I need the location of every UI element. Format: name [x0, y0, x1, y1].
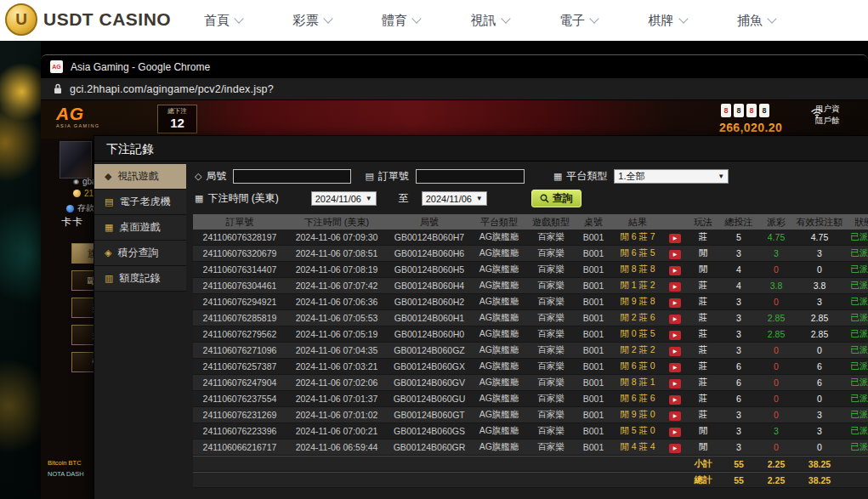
chrome-urlbar[interactable]: gci.2hhapi.com/agingame/pcv2/index.jsp?: [41, 78, 868, 100]
play-icon[interactable]: ▶: [669, 266, 681, 275]
platform-type-select[interactable]: 1.全部 ▼: [614, 169, 729, 184]
avatar[interactable]: [60, 141, 92, 179]
nav-item-lottery[interactable]: 彩票: [293, 13, 332, 29]
cell-round-no: GB00124B060H2: [387, 297, 472, 307]
play-icon[interactable]: ▶: [669, 234, 681, 243]
total-bet-box: 總下注 12: [157, 105, 197, 133]
cell-table-no: B001: [576, 232, 611, 242]
cell-total-bet: 3: [720, 297, 757, 307]
date-to-value: 2024/11/06: [426, 194, 472, 204]
date-to-select[interactable]: 2024/11/06 ▼: [422, 191, 487, 206]
cell-table-no: B001: [576, 377, 611, 388]
play-icon[interactable]: ▶: [669, 347, 681, 356]
cell-game-type: 百家樂: [526, 393, 576, 405]
play-icon[interactable]: ▶: [669, 298, 681, 308]
nav-item-sports[interactable]: 體育: [382, 13, 420, 29]
total-bet-label: 總下注: [158, 107, 196, 116]
search-button-label: 查詢: [553, 191, 573, 206]
play-icon[interactable]: ▶: [669, 363, 681, 372]
jackpot-value: 266,020.20: [719, 121, 782, 134]
calendar-icon: ▦: [195, 194, 203, 203]
table-row: 241106076294921 2024-11-06 07:06:36 GB00…: [193, 294, 868, 310]
play-icon[interactable]: ▶: [669, 444, 681, 453]
deposit-row[interactable]: 存款: [66, 202, 94, 214]
cell-status: 已派彩: [844, 441, 868, 453]
ag-logo[interactable]: AG ASIA GAMING: [56, 105, 99, 129]
quota-records-icon: ▥: [105, 274, 113, 283]
play-icon[interactable]: ▶: [669, 315, 681, 324]
cell-payout: 0: [757, 442, 795, 452]
url-text[interactable]: gci.2hhapi.com/agingame/pcv2/index.jsp?: [70, 83, 274, 95]
cell-platform: AG旗艦廳: [472, 409, 526, 421]
cell-table-no: B001: [576, 297, 611, 307]
cell-status: 已派彩: [844, 312, 868, 324]
nav-item-slots[interactable]: 電子: [559, 13, 598, 29]
subtotal-valid: 38.25: [795, 459, 844, 469]
nav-item-live[interactable]: 視訊: [471, 13, 509, 29]
play-icon[interactable]: ▶: [669, 395, 681, 405]
menu-item-points-query[interactable]: ◈ 積分查詢: [94, 241, 186, 266]
play-icon[interactable]: ▶: [669, 282, 681, 292]
cell-result: 閒 6 莊 6: [611, 393, 664, 405]
menu-item-video-games[interactable]: ◆ 視訊遊戲: [94, 164, 186, 190]
cell-play: 閒: [686, 264, 720, 275]
total-bet: 55: [720, 475, 757, 485]
cell-payout: 0: [757, 361, 795, 371]
chrome-titlebar[interactable]: AG Asia Gaming - Google Chrome: [41, 55, 868, 78]
balance-toggle-label[interactable]: 隱戶餘: [815, 115, 868, 127]
play-icon[interactable]: ▶: [669, 250, 681, 259]
cell-game-type: 百家樂: [526, 296, 576, 308]
cell-valid-bet: 0: [795, 442, 844, 452]
nav-item-home[interactable]: 首頁: [204, 13, 242, 29]
cell-table-no: B001: [576, 361, 611, 371]
cell-status: 已派彩: [844, 425, 868, 437]
round-no-input[interactable]: [233, 169, 351, 184]
chevron-down-icon: [234, 14, 243, 23]
order-no-input[interactable]: [416, 169, 525, 184]
cell-payout: 0: [757, 345, 795, 355]
nav-item-chess[interactable]: 棋牌: [649, 13, 687, 29]
cell-time: 2024-11-06 07:08:51: [286, 248, 387, 258]
menu-item-slots[interactable]: ▤ 電子老虎機: [94, 190, 186, 215]
subtotal-row: 小計 55 2.25 38.25: [193, 456, 868, 472]
site-logo-text: USDT CASINO: [43, 9, 171, 30]
play-icon[interactable]: ▶: [669, 411, 681, 421]
cell-round-no: GB00124B060GU: [387, 394, 472, 404]
menu-item-quota-records[interactable]: ▥ 額度記錄: [94, 266, 186, 292]
cell-order-no: 241106076314407: [193, 264, 286, 275]
date-from-select[interactable]: 2024/11/06 ▼: [311, 191, 377, 206]
cell-result: 閒 6 莊 0: [611, 360, 664, 372]
cell-order-no: 241106076279562: [193, 329, 286, 339]
subtotal-label: 小計: [686, 458, 720, 470]
play-icon[interactable]: ▶: [669, 428, 681, 437]
order-number-icon: ▤: [365, 172, 373, 181]
user-info-label[interactable]: 用户資: [815, 103, 868, 115]
chrome-window: AG Asia Gaming - Google Chrome gci.2hhap…: [41, 54, 868, 499]
play-icon[interactable]: ▶: [669, 379, 681, 388]
spacer: [193, 463, 686, 464]
usdt-coin-icon: U: [5, 3, 37, 36]
cell-replay: ▶: [664, 344, 686, 356]
nav-item-fishing[interactable]: 捕魚: [737, 13, 775, 29]
site-logo[interactable]: U USDT CASINO: [5, 3, 171, 36]
total-payout: 2.25: [757, 475, 795, 485]
cell-result: 閒 5 莊 0: [611, 425, 664, 437]
menu-item-table-games[interactable]: ▦ 桌面遊戲: [94, 215, 186, 241]
menu-label: 桌面遊戲: [119, 220, 160, 235]
cell-platform: AG旗艦廳: [472, 393, 526, 405]
lock-icon: [54, 83, 62, 94]
cell-order-no: 241106076257387: [193, 361, 286, 371]
ticker-line: NOTA DASH: [48, 468, 84, 479]
cell-order-no: 241106076294921: [193, 297, 286, 307]
order-no-label: 訂單號: [378, 169, 409, 184]
cell-round-no: GB00124B060H5: [387, 264, 472, 275]
nav-label: 視訊: [471, 13, 496, 29]
video-games-icon: ◆: [105, 172, 111, 181]
play-icon[interactable]: ▶: [669, 331, 681, 340]
screen: U USDT CASINO 首頁 彩票 體育 視訊 電子 棋牌 捕魚 AG As…: [0, 0, 868, 499]
cell-result: 閒 9 莊 8: [611, 296, 664, 308]
table-row: 241106076279562 2024-11-06 07:05:19 GB00…: [193, 326, 868, 343]
cell-play: 莊: [686, 377, 720, 388]
ag-right-menu[interactable]: 用户資 隱戶餘: [815, 103, 868, 127]
search-button[interactable]: 查詢: [531, 190, 582, 207]
